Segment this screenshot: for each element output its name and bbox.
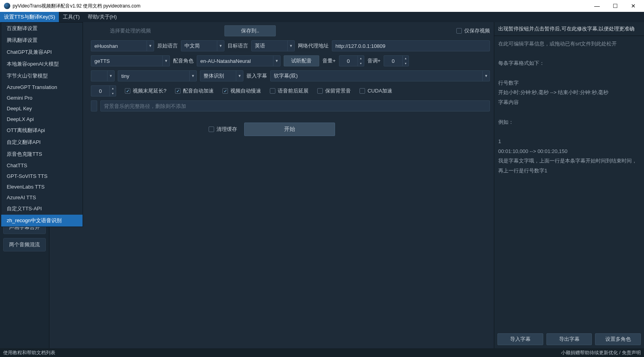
minimize-button[interactable]: — [588,0,606,12]
test-voice-button[interactable]: 试听配音 [284,55,319,66]
voice-pad-check[interactable]: 语音前后延展 [270,87,309,94]
voice-role-label: 配音角色 [173,57,194,64]
dropdown-item[interactable]: 字节火山引擎模型 [1,70,83,82]
src-lang-combo[interactable]: 中文简▼ [181,40,224,51]
recogn-combo-small[interactable]: ▼ [91,70,115,81]
subtitle-editor[interactable]: 在此可编辑字幕信息，或拖动已有srt文件到此处松开 每条字幕格式如下： 行号数字… [494,36,644,330]
window-titlebar: pyVideoTrans视频翻译配音v1.92 使用文档 pyvideotran… [0,0,644,12]
maximize-button[interactable]: ☐ [606,0,624,12]
dropdown-item[interactable]: ChatTTS [1,160,83,171]
volume-spin[interactable]: ▲▼ [339,55,364,66]
only-save-video-check[interactable]: 仅保存视频 [456,27,490,34]
count-spin[interactable]: ▲▼ [91,85,116,96]
dropdown-item[interactable]: 自定义TTS-API [1,203,83,215]
dropdown-item[interactable]: Gemini Pro [1,93,83,103]
dropdown-item[interactable]: 百度翻译设置 [1,23,83,34]
model-combo[interactable]: tiny▼ [118,70,197,81]
subtitle-header: 出现暂停按钮并点击暂停后,可在此修改字幕,以便处理更准确 [494,22,644,36]
pitch-spin[interactable]: ▲▼ [384,55,409,66]
save-to-button[interactable]: 保存到.. [224,25,276,36]
dropdown-item[interactable]: AzureGPT Translation [1,82,83,93]
export-srt-button[interactable]: 导出字幕 [546,333,592,345]
pitch-label: 音调+ [367,57,381,64]
dropdown-item[interactable]: GPT-SoVITS TTS [1,171,83,181]
multi-role-button[interactable]: 设置多角色 [595,333,641,345]
volume-label: 音量+ [322,57,336,64]
window-title: pyVideoTrans视频翻译配音v1.92 使用文档 pyvideotran… [13,3,140,9]
sidebar-btn-mix[interactable]: 两个音频混流 [3,238,46,251]
auto-speed-check[interactable]: 配音自动加速 [175,87,214,94]
dropdown-item[interactable]: DeepLX Api [1,114,83,125]
start-button[interactable]: 开始 [244,123,335,136]
dropdown-item[interactable]: 原音色克隆TTS [1,148,83,160]
dropdown-item[interactable]: ElevenLabs TTS [1,181,83,192]
clear-cache-check[interactable]: 清理缓存 [209,126,237,133]
app-icon [4,3,10,9]
embed-sub-label: 嵌入字幕 [247,72,267,79]
bg-music-input[interactable] [100,100,490,111]
src-lang-label: 原始语言 [157,42,178,49]
dropdown-item[interactable]: AzureAI TTS [1,192,83,203]
proxy-label: 网络代理地址 [298,42,329,49]
cuda-check[interactable]: CUDA加速 [360,87,392,94]
select-video-label: 选择要处理的视频 [110,27,151,34]
dropdown-item[interactable]: zh_recogn中文语音识别 [1,215,83,227]
dropdown-item[interactable]: OTT离线翻译Api [1,125,83,136]
import-srt-button[interactable]: 导入字幕 [497,333,543,345]
menu-tools[interactable]: 工具(T) [59,12,84,22]
dropdown-item[interactable]: 腾讯翻译设置 [1,34,83,46]
status-left[interactable]: 使用教程和帮助文档列表 [3,349,55,356]
dropdown-item[interactable]: ChatGPT及兼容API [1,46,83,58]
proxy-input[interactable] [332,40,490,51]
whole-recogn-combo[interactable]: 整体识别▼ [200,70,243,81]
translate-engine-combo[interactable]: eHuoshan▼ [91,40,154,51]
close-button[interactable]: ✕ [624,0,642,12]
dropdown-item[interactable]: DeepL Key [1,103,83,114]
subtitle-panel: 出现暂停按钮并点击暂停后,可在此修改字幕,以便处理更准确 在此可编辑字幕信息，或… [494,22,644,348]
tgt-lang-combo[interactable]: 英语▼ [251,40,295,51]
status-right[interactable]: 小额捐赠帮助待续更新优化 / 免责声明 [561,349,641,356]
voice-role-combo[interactable]: en-AU-NatashaNeural▼ [197,55,281,66]
menu-help[interactable]: 帮助/关于(H) [84,12,121,22]
tts-engine-combo[interactable]: geTTS▼ [91,55,170,66]
bg-music-btn[interactable] [91,100,97,111]
auto-slow-check[interactable]: 视频自动慢速 [222,87,261,94]
settings-dropdown[interactable]: 百度翻译设置腾讯翻译设置ChatGPT及兼容API本地兼容openAI大模型字节… [1,22,83,227]
main-panel: 选择要处理的视频 保存到.. 仅保存视频 eHuoshan▼ 原始语言 中文简▼… [49,22,494,348]
menu-settings[interactable]: 设置TTS与翻译Key(S) [0,12,59,22]
status-bar: 使用教程和帮助文档列表 小额捐赠帮助待续更新优化 / 免责声明 [0,348,644,357]
embed-sub-combo[interactable]: 软字幕(双)▼ [270,70,490,81]
menu-bar: 设置TTS与翻译Key(S) 工具(T) 帮助/关于(H) [0,12,644,22]
dropdown-item[interactable]: 自定义翻译API [1,136,83,148]
tgt-lang-label: 目标语言 [228,42,248,49]
extend-tail-check[interactable]: 视频末尾延长? [125,87,166,94]
keep-bg-check[interactable]: 保留背景音 [317,87,351,94]
dropdown-item[interactable]: 本地兼容openAI大模型 [1,58,83,70]
